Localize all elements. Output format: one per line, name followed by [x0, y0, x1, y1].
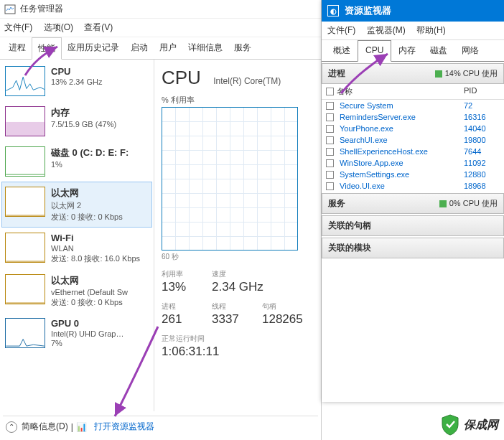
sb-sub: WLAN — [51, 244, 149, 253]
tm-tab-1[interactable]: 性能 — [32, 37, 62, 60]
section-processes-title: 进程 — [328, 67, 345, 80]
table-header: 名称 PID — [322, 84, 504, 100]
axis-label: 60 秒 — [162, 252, 314, 262]
stat-speed-label: 速度 — [212, 269, 263, 279]
stat-util-value: 13% — [162, 280, 197, 294]
row-checkbox[interactable] — [326, 102, 334, 110]
section-processes[interactable]: 进程 14% CPU 使用 — [322, 63, 504, 84]
rm-menu-monitor[interactable]: 监视器(M) — [367, 25, 406, 35]
table-row[interactable]: Video.UI.exe18968 — [322, 180, 504, 192]
sb-sub2: 7% — [51, 339, 149, 347]
row-checkbox[interactable] — [326, 113, 334, 121]
svg-rect-1 — [6, 122, 44, 136]
sb-sub: Intel(R) UHD Grap… — [51, 329, 149, 338]
row-checkbox[interactable] — [326, 148, 334, 156]
rm-tabs: 概述CPU内存磁盘网络 — [322, 40, 504, 62]
table-row[interactable]: SearchUI.exe19800 — [322, 134, 504, 146]
proc-pid: 16316 — [464, 113, 500, 121]
sb-sub2: 发送: 0 接收: 0 Kbps — [51, 212, 149, 223]
row-checkbox[interactable] — [326, 171, 334, 179]
sidebar-item-cpu-0[interactable]: CPU 13% 2.34 GHz — [1, 61, 152, 101]
table-row[interactable]: ShellExperienceHost.exe7644 — [322, 146, 504, 157]
proc-name: ShellExperienceHost.exe — [340, 147, 428, 156]
sb-title: 磁盘 0 (C: D: E: F: — [51, 146, 149, 159]
thumb-icon — [5, 106, 45, 136]
footer-brief[interactable]: 简略信息(D) — [22, 421, 68, 433]
rm-tab-1[interactable]: CPU — [358, 40, 391, 62]
col-pid[interactable]: PID — [464, 86, 500, 97]
table-row[interactable]: WinStore.App.exe11092 — [322, 157, 504, 169]
section-modules[interactable]: 关联的模块 — [322, 238, 504, 258]
table-row[interactable]: SystemSettings.exe12880 — [322, 169, 504, 180]
tm-menu-view[interactable]: 查看(V) — [84, 22, 113, 32]
sb-title: CPU — [51, 66, 149, 77]
rm-tab-2[interactable]: 内存 — [391, 40, 423, 61]
tm-tab-4[interactable]: 用户 — [154, 37, 182, 59]
chevron-up-icon[interactable]: ⌃ — [6, 421, 17, 433]
stat-proc-value: 261 — [162, 312, 197, 327]
stat-handle-label: 句柄 — [262, 301, 303, 312]
thumb-icon — [5, 233, 45, 263]
tm-menu-file[interactable]: 文件(F) — [4, 22, 32, 32]
table-row[interactable]: RemindersServer.exe16316 — [322, 111, 504, 123]
proc-name: Secure System — [340, 101, 393, 110]
rm-tab-0[interactable]: 概述 — [326, 40, 358, 61]
services-usage-badge: 0% CPU 使用 — [439, 198, 498, 209]
thumb-icon — [5, 274, 45, 304]
sidebar-item-net-4[interactable]: Wi-Fi WLAN 发送: 8.0 接收: 16.0 Kbps — [1, 228, 152, 269]
tm-tab-2[interactable]: 应用历史记录 — [62, 37, 125, 59]
rm-title-text: 资源监视器 — [345, 4, 391, 17]
shield-icon — [441, 414, 459, 436]
row-checkbox[interactable] — [326, 159, 334, 167]
section-modules-title: 关联的模块 — [328, 242, 371, 254]
tm-titlebar: 任务管理器 — [0, 0, 321, 19]
header-checkbox[interactable] — [326, 88, 334, 95]
watermark-text: 保成网 — [464, 418, 498, 433]
row-checkbox[interactable] — [326, 182, 334, 190]
tm-menubar: 文件(F) 选项(O) 查看(V) — [0, 19, 321, 37]
sb-title: 以太网 — [51, 187, 149, 200]
sb-title: GPU 0 — [51, 318, 149, 329]
proc-name: RemindersServer.exe — [340, 113, 416, 121]
row-checkbox[interactable] — [326, 136, 334, 144]
sb-sub2: 发送: 8.0 接收: 16.0 Kbps — [51, 253, 149, 264]
proc-pid: 14040 — [464, 124, 500, 133]
rm-menu-file[interactable]: 文件(F) — [327, 25, 355, 35]
section-handles[interactable]: 关联的句柄 — [322, 215, 504, 236]
tm-tab-6[interactable]: 服务 — [228, 37, 257, 59]
sidebar-item-disk-2[interactable]: 磁盘 0 (C: D: E: F: 1% — [1, 141, 152, 182]
rm-app-icon: ◐ — [327, 5, 339, 17]
sidebar-item-net-5[interactable]: 以太网 vEthernet (Default Sw 发送: 0 接收: 0 Kb… — [1, 269, 152, 313]
sb-sub: 以太网 2 — [51, 200, 149, 211]
cpu-usage-badge: 14% CPU 使用 — [435, 68, 498, 79]
tm-sidebar[interactable]: CPU 13% 2.34 GHz 内存 7.5/15.9 GB (47%) 磁盘… — [0, 60, 154, 411]
sb-title: 以太网 — [51, 274, 149, 287]
tm-tab-0[interactable]: 进程 — [3, 37, 32, 59]
stat-thread-label: 线程 — [212, 301, 248, 312]
util-label: % 利用率 — [162, 95, 314, 106]
section-services[interactable]: 服务 0% CPU 使用 — [322, 193, 504, 214]
tm-tab-3[interactable]: 启动 — [125, 37, 154, 59]
stat-thread-value: 3337 — [212, 312, 248, 327]
sb-title: 内存 — [51, 106, 149, 119]
tm-menu-options[interactable]: 选项(O) — [44, 22, 73, 32]
tm-tabs: 进程性能应用历史记录启动用户详细信息服务 — [0, 37, 321, 60]
tm-tab-5[interactable]: 详细信息 — [182, 37, 228, 59]
perf-icon: 📊 — [76, 422, 87, 432]
sidebar-item-mem-1[interactable]: 内存 7.5/15.9 GB (47%) — [1, 101, 152, 141]
stat-proc-label: 进程 — [162, 301, 197, 312]
table-row[interactable]: Secure System72 — [322, 100, 504, 111]
row-checkbox[interactable] — [326, 125, 334, 133]
rm-tab-3[interactable]: 磁盘 — [423, 40, 454, 61]
cpu-graph — [162, 107, 298, 251]
rm-tab-4[interactable]: 网络 — [454, 40, 486, 61]
open-resource-monitor-link[interactable]: 打开资源监视器 — [94, 421, 154, 433]
table-row[interactable]: YourPhone.exe14040 — [322, 123, 504, 134]
sidebar-item-gpu-6[interactable]: GPU 0 Intel(R) UHD Grap… 7% — [1, 313, 152, 353]
task-manager-window: 任务管理器 文件(F) 选项(O) 查看(V) 进程性能应用历史记录启动用户详细… — [0, 0, 322, 440]
proc-name: SearchUI.exe — [340, 136, 388, 144]
sidebar-item-net-3[interactable]: 以太网 以太网 2 发送: 0 接收: 0 Kbps — [1, 182, 152, 228]
process-table: 名称 PID Secure System72RemindersServer.ex… — [322, 84, 504, 192]
rm-menu-help[interactable]: 帮助(H) — [416, 25, 446, 35]
col-name[interactable]: 名称 — [337, 86, 353, 97]
